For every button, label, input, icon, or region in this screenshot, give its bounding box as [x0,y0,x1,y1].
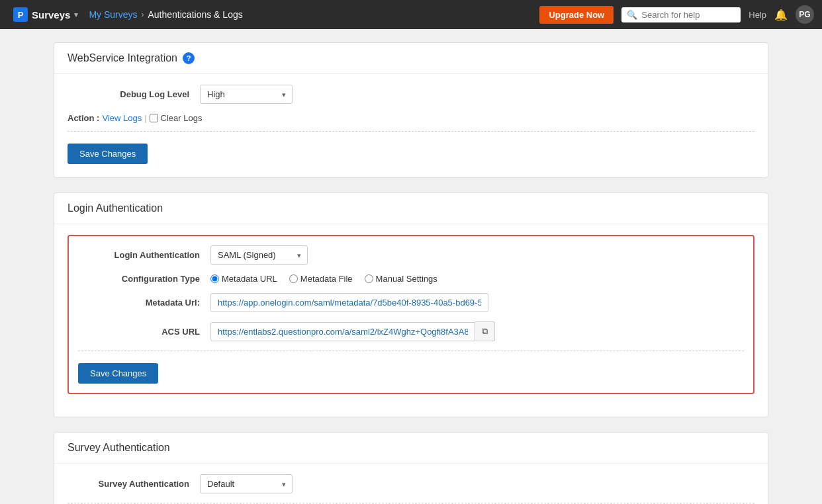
debug-log-row: Debug Log Level High Medium Low Off ▾ [68,85,754,104]
webservice-save-button[interactable]: Save Changes [68,144,148,164]
config-type-row: Configuration Type Metadata URL Metadata… [78,274,744,284]
webservice-help-icon[interactable]: ? [183,52,195,64]
login-auth-header: Login Authentication [54,193,768,224]
login-auth-divider [78,351,744,351]
config-type-control: Metadata URL Metadata File Manual Settin… [210,274,744,284]
metadata-url-row: Metadata Url: [78,293,744,312]
search-icon: 🔍 [627,10,637,20]
login-auth-section: Login Authentication Login Authenticatio… [54,192,768,417]
survey-auth-select[interactable]: Default Password Email [200,474,293,493]
config-metadata-url-radio[interactable] [210,274,219,283]
survey-auth-divider [68,503,754,503]
breadcrumb-my-surveys[interactable]: My Surveys [89,9,137,20]
action-separator: | [144,113,146,123]
search-input[interactable] [641,10,735,20]
webservice-title: WebService Integration [68,52,177,64]
upgrade-button[interactable]: Upgrade Now [539,6,614,24]
debug-log-label: Debug Log Level [68,89,200,99]
notification-bell-icon[interactable]: 🔔 [774,9,788,21]
clear-logs-label: Clear Logs [161,113,203,123]
breadcrumb-current: Authentications & Logs [148,9,243,20]
debug-log-select-wrap: High Medium Low Off ▾ [200,85,293,104]
survey-auth-section: Survey Authentication Survey Authenticat… [54,432,768,504]
config-manual-label: Manual Settings [376,274,437,284]
survey-auth-body: Survey Authentication Default Password E… [54,464,768,504]
acs-url-row: ACS URL ⧉ [78,321,744,341]
login-auth-select[interactable]: SAML (Signed) SAML (Unsigned) None [210,245,308,265]
breadcrumb-separator: › [142,10,144,19]
login-auth-highlighted: Login Authentication SAML (Signed) SAML … [68,235,754,394]
brand-chevron-icon: ▾ [74,11,78,19]
brand-icon: P [13,7,28,22]
clear-logs-checkbox[interactable] [150,114,158,122]
clear-logs-checkbox-wrap[interactable]: Clear Logs [150,113,203,123]
acs-url-input[interactable] [210,322,475,341]
config-manual-option[interactable]: Manual Settings [365,274,437,284]
login-auth-body: Login Authentication SAML (Signed) SAML … [54,224,768,417]
main-content: WebService Integration ? Debug Log Level… [27,29,795,504]
navbar: P Surveys ▾ My Surveys › Authentications… [0,0,822,29]
survey-auth-title: Survey Authentication [68,442,170,454]
survey-auth-select-wrap: Default Password Email ▾ [200,474,293,493]
survey-auth-header: Survey Authentication [54,433,768,464]
login-auth-type-row: Login Authentication SAML (Signed) SAML … [78,245,744,265]
acs-url-control: ⧉ [210,321,744,341]
debug-log-control: High Medium Low Off ▾ [200,85,754,104]
config-metadata-file-option[interactable]: Metadata File [289,274,353,284]
config-metadata-file-radio[interactable] [289,274,298,283]
acs-url-wrap: ⧉ [210,321,744,341]
action-label: Action : [68,113,99,123]
config-metadata-url-option[interactable]: Metadata URL [210,274,277,284]
survey-auth-type-control: Default Password Email ▾ [200,474,754,493]
config-manual-radio[interactable] [365,274,373,283]
avatar[interactable]: PG [796,5,814,24]
brand[interactable]: P Surveys ▾ [8,7,83,22]
config-radio-group: Metadata URL Metadata File Manual Settin… [210,274,744,284]
metadata-url-label: Metadata Url: [78,298,210,308]
webservice-body: Debug Log Level High Medium Low Off ▾ Ac… [54,74,768,177]
metadata-url-input[interactable] [210,293,488,312]
help-link[interactable]: Help [749,10,766,20]
copy-acs-url-button[interactable]: ⧉ [475,321,495,341]
login-auth-type-control: SAML (Signed) SAML (Unsigned) None ▾ [210,245,744,265]
webservice-section: WebService Integration ? Debug Log Level… [54,42,768,178]
login-auth-select-wrap: SAML (Signed) SAML (Unsigned) None ▾ [210,245,308,265]
survey-auth-type-row: Survey Authentication Default Password E… [68,474,754,493]
breadcrumb: My Surveys › Authentications & Logs [89,9,242,20]
survey-auth-type-label: Survey Authentication [68,479,200,489]
config-metadata-file-label: Metadata File [300,274,353,284]
navbar-right: Upgrade Now 🔍 Help 🔔 PG [539,5,814,24]
config-metadata-url-label: Metadata URL [222,274,277,284]
search-box[interactable]: 🔍 [621,7,741,22]
view-logs-link[interactable]: View Logs [102,113,142,123]
debug-log-select[interactable]: High Medium Low Off [200,85,293,104]
login-auth-save-button[interactable]: Save Changes [78,363,158,384]
login-auth-title: Login Authentication [68,202,163,214]
action-row: Action : View Logs | Clear Logs [68,113,754,132]
config-type-label: Configuration Type [78,274,210,284]
brand-label: Surveys [32,9,70,21]
webservice-header: WebService Integration ? [54,43,768,74]
metadata-url-control [210,293,744,312]
acs-url-label: ACS URL [78,327,210,337]
login-auth-type-label: Login Authentication [78,250,210,260]
